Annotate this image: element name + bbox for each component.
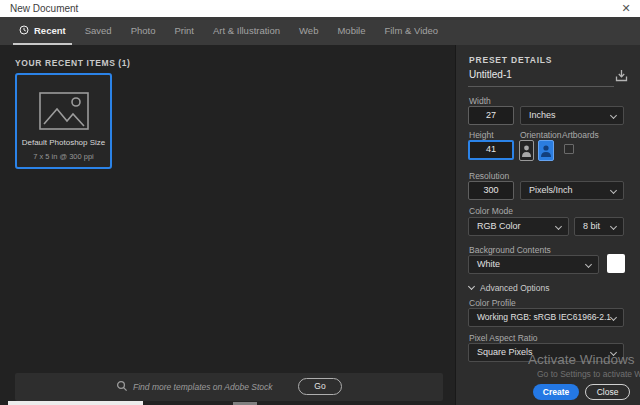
background-contents-label: Background Contents	[469, 245, 551, 255]
background-contents-dropdown[interactable]: White	[468, 255, 599, 274]
tab-label: Film & Video	[384, 25, 438, 36]
unit-value: Inches	[529, 110, 556, 120]
tab-label: Recent	[34, 25, 66, 36]
color-profile-label: Color Profile	[469, 298, 516, 308]
tab-label: Photo	[131, 25, 156, 36]
chevron-down-icon	[610, 187, 617, 194]
search-icon	[116, 380, 128, 392]
artboards-label: Artboards	[562, 130, 599, 140]
recent-preset-card[interactable]: Default Photoshop Size 7 x 5 in @ 300 pp…	[15, 73, 112, 169]
color-profile-value: Working RGB: sRGB IEC61966-2.1	[477, 312, 611, 322]
tab-film-video[interactable]: Film & Video	[378, 17, 444, 45]
go-button[interactable]: Go	[298, 378, 342, 395]
artboards-checkbox[interactable]	[564, 144, 574, 154]
window-titlebar: New Document ✕	[0, 0, 640, 17]
tab-mobile[interactable]: Mobile	[331, 17, 371, 45]
bit-depth-value: 8 bit	[583, 221, 600, 231]
search-placeholder[interactable]: Find more templates on Adobe Stock	[133, 382, 273, 392]
document-name-field[interactable]: Untitled-1	[469, 69, 512, 80]
chevron-down-icon	[610, 223, 617, 230]
advanced-options-label: Advanced Options	[480, 283, 549, 293]
recent-items-area: YOUR RECENT ITEMS (1) Default Photoshop …	[0, 45, 455, 405]
tab-recent[interactable]: Recent	[13, 17, 72, 45]
color-mode-label: Color Mode	[469, 206, 513, 216]
preset-details-panel: PRESET DETAILS Untitled-1 Width 27 Inche…	[455, 45, 640, 405]
recent-card-subtitle: 7 x 5 in @ 300 ppi	[17, 152, 110, 161]
chevron-down-icon	[610, 112, 617, 119]
clock-icon	[19, 25, 29, 35]
activate-windows-subtext: Go to Settings to activate W	[537, 369, 640, 379]
adobe-stock-search-bar[interactable]: Find more templates on Adobe Stock Go	[15, 373, 443, 401]
orientation-portrait-button[interactable]	[519, 140, 534, 161]
width-input[interactable]: 27	[468, 106, 514, 125]
orientation-label: Orientation	[520, 130, 562, 140]
chevron-down-icon	[610, 314, 617, 321]
tab-photo[interactable]: Photo	[125, 17, 162, 45]
advanced-options-toggle[interactable]: Advanced Options	[469, 283, 549, 293]
chevron-down-icon	[585, 261, 592, 268]
background-color-swatch[interactable]	[607, 254, 625, 273]
pixel-aspect-ratio-value: Square Pixels	[477, 347, 533, 357]
taskbar-artifact-light	[8, 401, 143, 405]
window-close-icon[interactable]: ✕	[619, 2, 633, 15]
close-button[interactable]: Close	[585, 384, 630, 400]
tab-saved[interactable]: Saved	[79, 17, 118, 45]
resolution-input[interactable]: 300	[468, 181, 514, 200]
name-field-underline	[468, 86, 614, 87]
tab-art-illustration[interactable]: Art & Illustration	[207, 17, 286, 45]
recent-card-title: Default Photoshop Size	[17, 138, 110, 147]
chevron-down-icon	[555, 223, 562, 230]
color-mode-dropdown[interactable]: RGB Color	[468, 217, 569, 236]
tab-label: Mobile	[337, 25, 365, 36]
preset-category-tabs: Recent Saved Photo Print Art & Illustrat…	[0, 17, 640, 45]
width-label: Width	[469, 96, 491, 106]
color-mode-value: RGB Color	[477, 221, 521, 231]
window-title: New Document	[10, 3, 78, 14]
resolution-label: Resolution	[469, 171, 509, 181]
image-placeholder-icon	[39, 92, 89, 130]
tab-web[interactable]: Web	[293, 17, 324, 45]
resolution-unit-dropdown[interactable]: Pixels/Inch	[520, 181, 624, 200]
activate-windows-watermark: Activate Windows	[528, 352, 635, 367]
tab-label: Art & Illustration	[213, 25, 280, 36]
background-contents-value: White	[477, 259, 500, 269]
new-document-dialog: New Document ✕ Recent Saved Photo Print …	[0, 0, 640, 405]
recent-items-heading: YOUR RECENT ITEMS (1)	[15, 58, 131, 68]
landscape-person-icon	[540, 144, 552, 157]
preset-details-heading: PRESET DETAILS	[469, 55, 552, 65]
tab-label: Web	[299, 25, 318, 36]
tab-label: Print	[174, 25, 194, 36]
bit-depth-dropdown[interactable]: 8 bit	[574, 217, 624, 236]
tab-print[interactable]: Print	[168, 17, 200, 45]
orientation-landscape-button[interactable]	[538, 140, 554, 161]
height-input[interactable]: 41	[468, 140, 514, 160]
save-preset-icon[interactable]	[613, 67, 630, 84]
height-label: Height	[469, 130, 494, 140]
pixel-aspect-ratio-label: Pixel Aspect Ratio	[469, 333, 538, 343]
resolution-unit-value: Pixels/Inch	[529, 185, 573, 195]
portrait-person-icon	[521, 144, 532, 157]
create-button[interactable]: Create	[533, 384, 579, 400]
color-profile-dropdown[interactable]: Working RGB: sRGB IEC61966-2.1	[468, 308, 624, 327]
chevron-down-icon	[468, 283, 475, 290]
tab-label: Saved	[85, 25, 112, 36]
unit-dropdown[interactable]: Inches	[520, 106, 624, 125]
